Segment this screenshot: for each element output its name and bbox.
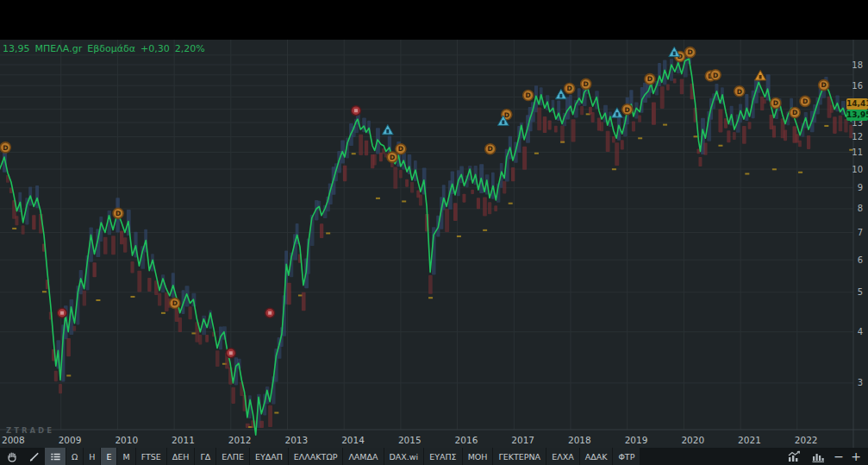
svg-text:2015: 2015 xyxy=(398,435,422,445)
red-event-marker[interactable] xyxy=(265,308,275,317)
svg-text:D: D xyxy=(3,144,8,152)
svg-text:2009: 2009 xyxy=(59,435,82,445)
histogram-icon xyxy=(811,450,825,463)
dividend-marker[interactable]: D xyxy=(0,142,10,153)
symbol-tab-ΜΟΗ[interactable]: ΜΟΗ xyxy=(463,448,493,465)
svg-text:D: D xyxy=(398,145,403,153)
tool-volume-button[interactable] xyxy=(808,450,828,463)
timeframe-Ω-button[interactable]: Ω xyxy=(66,448,83,465)
timeframe-label: Εβδομάδα xyxy=(87,43,135,54)
dividend-marker[interactable]: D xyxy=(790,107,800,117)
dividend-marker[interactable]: D xyxy=(396,144,406,154)
tool-watchlist-button[interactable] xyxy=(45,448,66,465)
svg-text:D: D xyxy=(488,145,493,153)
svg-text:2010: 2010 xyxy=(115,435,138,445)
top-bar xyxy=(0,0,868,40)
timeframe-Μ-button[interactable]: Μ xyxy=(117,448,134,465)
tool-draw-button[interactable] xyxy=(23,448,44,465)
red-event-marker[interactable] xyxy=(58,308,67,317)
svg-text:12: 12 xyxy=(852,132,863,141)
symbol-tab-ΦΤΡ[interactable]: ΦΤΡ xyxy=(613,448,640,465)
timeframe-Η-button[interactable]: Η xyxy=(84,448,100,465)
svg-text:9: 9 xyxy=(858,183,863,192)
svg-text:8: 8 xyxy=(858,204,863,213)
svg-text:2013: 2013 xyxy=(285,435,309,445)
last-price: 13,95 xyxy=(3,43,30,54)
symbol-tab-DAX.wi[interactable]: DAX.wi xyxy=(384,448,424,465)
symbol-tab-FTSE[interactable]: FTSE xyxy=(136,448,166,465)
price-change-pct: 2,20% xyxy=(175,43,205,54)
symbol-tab-ΕΛΛΑΚΤΩΡ[interactable]: ΕΛΛΑΚΤΩΡ xyxy=(289,448,343,465)
svg-text:2017: 2017 xyxy=(511,435,534,445)
red-event-marker[interactable] xyxy=(351,106,360,116)
indicator-value-badge: 14,41 xyxy=(846,98,868,110)
dividend-marker[interactable]: D xyxy=(523,90,534,100)
symbol-name: ΜΠΕΛΑ.gr xyxy=(35,43,83,54)
last-price-badge: 13,95 xyxy=(846,110,868,121)
svg-text:D: D xyxy=(802,97,808,105)
dividend-marker[interactable]: D xyxy=(645,74,655,85)
tool-chart-style-button[interactable] xyxy=(784,450,804,463)
svg-text:2008: 2008 xyxy=(2,435,25,445)
timeframe-Ε-button[interactable]: Ε xyxy=(101,448,116,465)
symbol-tab-ΔΕΗ[interactable]: ΔΕΗ xyxy=(167,448,195,465)
dividend-marker[interactable]: D xyxy=(819,80,829,91)
svg-text:D: D xyxy=(647,75,653,83)
dividend-marker[interactable]: D xyxy=(800,96,810,106)
dividend-marker[interactable]: D xyxy=(622,104,633,115)
list-icon xyxy=(49,450,62,463)
dividend-marker[interactable]: D xyxy=(685,47,696,58)
symbol-tab-ΕΛΧΑ[interactable]: ΕΛΧΑ xyxy=(546,448,579,465)
symbol-tab-ΕΥΔΑΠ[interactable]: ΕΥΔΑΠ xyxy=(250,448,288,465)
symbol-tab-ΕΥΑΠΣ[interactable]: ΕΥΑΠΣ xyxy=(424,448,461,465)
svg-text:2020: 2020 xyxy=(681,435,704,445)
symbol-tab-ΛΑΜΔΑ[interactable]: ΛΑΜΔΑ xyxy=(343,448,383,465)
svg-text:D: D xyxy=(625,106,630,114)
dividend-marker[interactable]: D xyxy=(581,79,591,89)
dividend-marker[interactable]: D xyxy=(565,83,575,93)
price-chart[interactable]: DDDDDDDDDDDDDDDDDDDDD1816131211109876543… xyxy=(0,0,868,465)
svg-text:D: D xyxy=(584,80,589,88)
symbol-tab-ΑΔΑΚ[interactable]: ΑΔΑΚ xyxy=(580,448,613,465)
zoom-out-button[interactable]: − xyxy=(832,449,846,464)
dividend-marker[interactable]: D xyxy=(771,98,781,109)
svg-text:D: D xyxy=(526,91,531,99)
svg-text:2019: 2019 xyxy=(625,435,648,445)
svg-text:7: 7 xyxy=(858,228,863,237)
symbol-tab-ΓΕΚΤΕΡΝΑ[interactable]: ΓΕΚΤΕΡΝΑ xyxy=(493,448,546,465)
quote-header: 13,95 ΜΠΕΛΑ.gr Εβδομάδα +0,30 2,20% xyxy=(3,43,205,54)
line-chart-icon xyxy=(787,450,802,463)
svg-text:D: D xyxy=(116,210,121,217)
dividend-marker[interactable]: D xyxy=(710,70,721,80)
svg-text:D: D xyxy=(172,299,178,307)
svg-text:11: 11 xyxy=(852,148,863,157)
svg-text:D: D xyxy=(390,154,395,161)
svg-text:D: D xyxy=(792,109,797,116)
svg-text:2021: 2021 xyxy=(738,435,761,445)
dividend-marker[interactable]: D xyxy=(485,144,496,154)
svg-text:2022: 2022 xyxy=(795,435,818,445)
svg-text:5: 5 xyxy=(858,287,863,297)
dividend-marker[interactable]: D xyxy=(113,208,123,218)
svg-text:10: 10 xyxy=(852,165,863,174)
svg-text:2014: 2014 xyxy=(341,435,365,445)
svg-text:D: D xyxy=(821,81,827,89)
svg-text:6: 6 xyxy=(858,255,863,265)
dividend-marker[interactable]: D xyxy=(170,298,180,308)
dividend-marker[interactable]: D xyxy=(387,152,397,162)
red-event-marker[interactable] xyxy=(226,349,235,358)
svg-text:2012: 2012 xyxy=(228,435,252,445)
symbol-tab-ΓΔ[interactable]: ΓΔ xyxy=(195,448,215,465)
svg-text:3: 3 xyxy=(858,378,863,387)
bottom-toolbar: ΩΗΕΜFTSEΔΕΗΓΔΕΛΠΕΕΥΔΑΠΕΛΛΑΚΤΩΡΛΑΜΔΑDAX.w… xyxy=(0,448,868,465)
symbol-tab-ΕΛΠΕ[interactable]: ΕΛΠΕ xyxy=(216,448,249,465)
svg-text:D: D xyxy=(688,48,693,56)
pencil-icon xyxy=(28,450,41,463)
dividend-marker[interactable]: D xyxy=(734,86,745,97)
tool-pan-button[interactable] xyxy=(2,448,22,465)
svg-text:2011: 2011 xyxy=(172,435,195,445)
zoom-in-button[interactable]: + xyxy=(849,449,863,464)
svg-text:D: D xyxy=(737,88,742,96)
svg-text:2018: 2018 xyxy=(568,435,591,445)
svg-text:4: 4 xyxy=(858,327,863,336)
